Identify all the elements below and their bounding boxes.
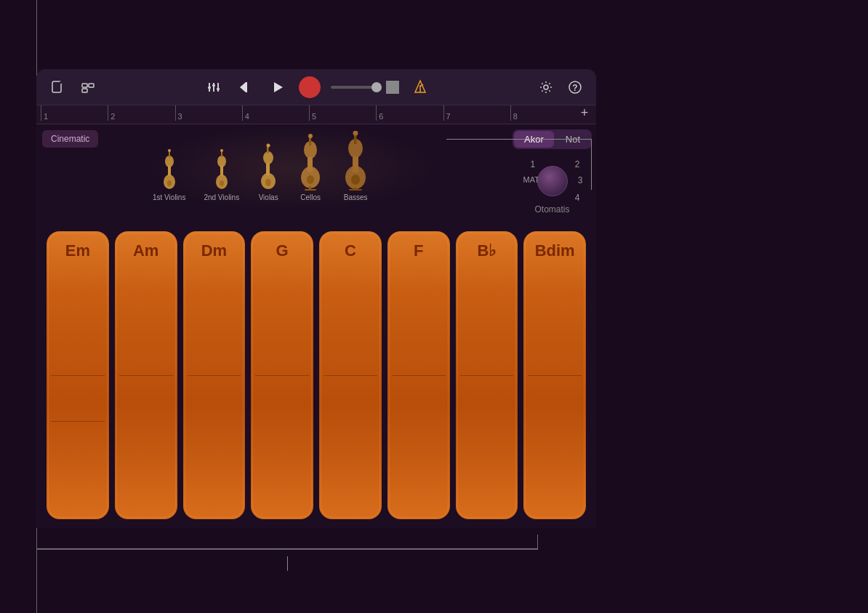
- chord-label-g: G: [251, 231, 313, 260]
- play-button[interactable]: [267, 76, 289, 98]
- help-icon[interactable]: ?: [564, 76, 586, 98]
- chord-btn-c[interactable]: C: [319, 231, 382, 519]
- chord-label-em: Em: [47, 231, 109, 260]
- rewind-button[interactable]: [235, 76, 257, 98]
- control-guide-line-h: [446, 139, 592, 140]
- chord-divider: [119, 375, 173, 376]
- chord-btn-bb[interactable]: B♭: [456, 231, 518, 519]
- svg-rect-3: [89, 84, 94, 87]
- dial-num-4: 4: [575, 193, 580, 203]
- toolbar: ?: [36, 69, 596, 105]
- ruler-marks: 1 2 3 4 5 6 7 8: [41, 105, 577, 121]
- chord-label-c: C: [319, 231, 382, 260]
- record-button[interactable]: [299, 76, 321, 98]
- bracket-center-tick: [287, 556, 288, 571]
- new-document-button[interactable]: [47, 76, 68, 98]
- ruler-mark-4: 4: [242, 105, 309, 121]
- ruler-mark-8: 8: [510, 105, 577, 121]
- chord-label-bb: B♭: [456, 231, 518, 260]
- svg-text:?: ?: [572, 83, 577, 93]
- svg-rect-8: [208, 87, 211, 89]
- chord-divider: [460, 375, 514, 376]
- chord-btn-dm[interactable]: Dm: [183, 231, 246, 519]
- chord-divider: [51, 421, 105, 422]
- add-track-button[interactable]: +: [577, 105, 592, 121]
- ruler-mark-2: 2: [108, 105, 174, 121]
- chord-divider: [324, 375, 377, 376]
- dial-wrapper: 1 2 3 4 MATI: [523, 159, 582, 203]
- otomatis-label: Otomatis: [535, 204, 570, 215]
- bottom-bracket: [36, 531, 538, 553]
- settings-icon[interactable]: [535, 76, 557, 98]
- tracks-view-button[interactable]: [77, 76, 99, 98]
- chord-btn-am[interactable]: Am: [115, 231, 177, 519]
- chord-btn-em[interactable]: Em: [47, 231, 109, 519]
- chord-label-bdim: Bdim: [523, 231, 586, 260]
- volume-slider[interactable]: [331, 86, 382, 89]
- svg-point-14: [388, 83, 397, 92]
- svg-rect-12: [246, 82, 247, 92]
- dial-num-2: 2: [575, 159, 580, 169]
- ruler-mark-5: 5: [309, 105, 376, 121]
- ruler-mark-7: 7: [443, 105, 510, 121]
- svg-rect-10: [217, 88, 220, 90]
- mixer-icon[interactable]: [203, 76, 225, 98]
- svg-rect-4: [82, 89, 87, 92]
- svg-marker-13: [274, 82, 283, 92]
- chord-btn-f[interactable]: F: [387, 231, 450, 519]
- chord-label-am: Am: [115, 231, 177, 260]
- mode-controls: Akor Not 1 2 3 4 MATI Otomatis: [513, 129, 592, 217]
- ruler-mark-1: 1: [41, 105, 108, 121]
- svg-rect-2: [82, 84, 87, 87]
- chord-divider: [528, 375, 582, 376]
- chord-pad-area: Em Am Dm G C F B♭ Bdim: [36, 223, 596, 528]
- chord-btn-g[interactable]: G: [251, 231, 313, 519]
- stage-glow: [145, 124, 436, 212]
- svg-point-18: [544, 85, 548, 89]
- track-name-label: Cinematic: [42, 130, 98, 148]
- timeline-ruler: 1 2 3 4 5 6 7 8 +: [36, 105, 596, 124]
- svg-rect-1: [60, 81, 62, 84]
- chord-divider: [255, 375, 309, 376]
- chord-btn-bdim[interactable]: Bdim: [523, 231, 586, 519]
- dial-container: 1 2 3 4 MATI Otomatis: [513, 156, 592, 217]
- dial-num-3: 3: [578, 175, 583, 185]
- chord-divider: [51, 375, 105, 376]
- tempo-dial[interactable]: [537, 166, 568, 196]
- ruler-mark-3: 3: [175, 105, 242, 121]
- chord-divider: [392, 375, 446, 376]
- metronome-icon[interactable]: [409, 76, 431, 98]
- ruler-mark-6: 6: [376, 105, 443, 121]
- chord-label-f: F: [387, 231, 450, 260]
- dial-num-1: 1: [531, 159, 536, 169]
- chord-label-dm: Dm: [183, 231, 246, 260]
- svg-marker-11: [240, 82, 246, 92]
- control-guide-line-v: [591, 139, 592, 190]
- svg-rect-9: [212, 84, 215, 87]
- chord-divider: [188, 375, 241, 376]
